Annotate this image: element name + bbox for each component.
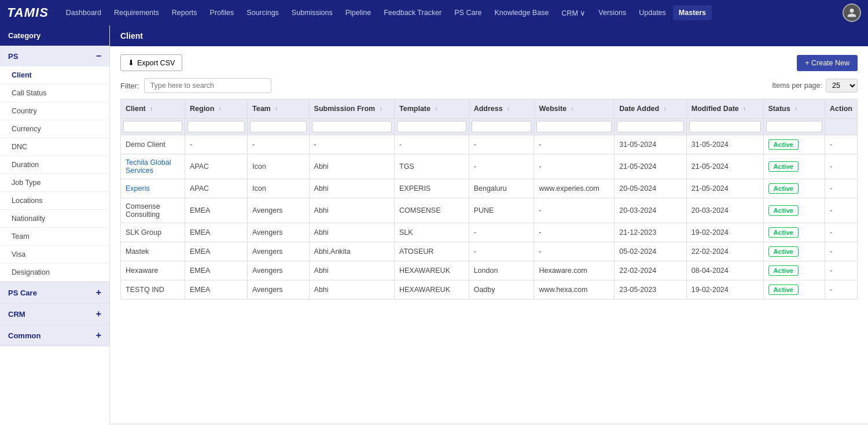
cell-status-0: Active: [763, 135, 825, 154]
sidebar-section-crm: CRM +: [0, 304, 109, 325]
filter-template-input[interactable]: [397, 121, 466, 132]
sidebar-section-common-header[interactable]: Common +: [0, 325, 109, 346]
sidebar-item-visa[interactable]: Visa: [0, 246, 109, 264]
user-avatar[interactable]: [843, 3, 861, 22]
cell-team-1: Icon: [248, 154, 310, 179]
filter-website-input[interactable]: [536, 121, 612, 132]
sidebar-section-crm-label: CRM: [8, 310, 25, 319]
filter-team-input[interactable]: [250, 121, 307, 132]
col-team[interactable]: Team ↑: [248, 99, 310, 119]
cell-date-added-1: 21-05-2024: [615, 154, 687, 179]
search-input[interactable]: [144, 78, 271, 93]
sidebar-section-ps-header[interactable]: PS −: [0, 46, 109, 66]
nav-crm[interactable]: CRM ∨: [556, 5, 591, 21]
app-logo: TAMIS: [7, 5, 49, 20]
cell-client-6: Hexaware: [121, 261, 185, 280]
sidebar-section-crm-header[interactable]: CRM +: [0, 304, 109, 324]
nav-updates[interactable]: Updates: [633, 5, 672, 20]
col-website[interactable]: Website ↑: [534, 99, 615, 119]
col-submission-from[interactable]: Submission From ↑: [309, 99, 394, 119]
filter-client-input[interactable]: [123, 121, 182, 132]
col-client[interactable]: Client ↑: [121, 99, 185, 119]
nav-pipeline[interactable]: Pipeline: [340, 5, 377, 20]
nav-versions[interactable]: Versions: [593, 5, 632, 20]
nav-ps-care[interactable]: PS Care: [448, 5, 487, 20]
filter-region-input[interactable]: [187, 121, 245, 132]
cell-region-5: EMEA: [185, 242, 248, 261]
filter-address-input[interactable]: [472, 121, 532, 132]
sidebar-section-ps-care: PS Care +: [0, 282, 109, 304]
table-row: Experis APAC Icon Abhi EXPERIS Bengaluru…: [121, 179, 858, 198]
sidebar-item-duration[interactable]: Duration: [0, 156, 109, 174]
table-row: TESTQ IND EMEA Avengers Abhi HEXAWAREUK …: [121, 280, 858, 300]
table-body: Demo Client - - - - - - 31-05-2024 31-05…: [121, 135, 858, 300]
filter-modified-date-input[interactable]: [689, 121, 761, 132]
create-new-button[interactable]: + Create New: [797, 55, 858, 71]
cell-date-added-5: 05-02-2024: [615, 242, 687, 261]
col-address[interactable]: Address ↑: [469, 99, 534, 119]
cell-team-4: Avengers: [248, 223, 310, 242]
nav-reports[interactable]: Reports: [166, 5, 203, 20]
cell-team-3: Avengers: [248, 198, 310, 223]
cell-action-7: -: [825, 280, 858, 300]
col-date-added[interactable]: Date Added ↑: [615, 99, 687, 119]
status-badge-7: Active: [768, 284, 799, 295]
cell-client-1[interactable]: Techila Global Services: [121, 154, 185, 179]
col-status[interactable]: Status ↑: [763, 99, 825, 119]
col-modified-date[interactable]: Modified Date ↑: [686, 99, 763, 119]
top-navigation: TAMIS Dashboard Requirements Reports Pro…: [0, 0, 868, 25]
cell-date-added-7: 23-05-2023: [615, 280, 687, 300]
cell-action-2: -: [825, 179, 858, 198]
filter-date-added-input[interactable]: [617, 121, 684, 132]
cell-client-2[interactable]: Experis: [121, 179, 185, 198]
cell-action-6: -: [825, 261, 858, 280]
items-per-page: Items per page: 10 25 50 100: [772, 79, 858, 93]
sidebar-item-country[interactable]: Country: [0, 102, 109, 120]
items-per-page-select[interactable]: 10 25 50 100: [826, 79, 858, 93]
sidebar-item-client[interactable]: Client: [0, 66, 109, 84]
cell-website-2: www.experies.com: [534, 179, 615, 198]
nav-profiles[interactable]: Profiles: [204, 5, 240, 20]
status-badge-6: Active: [768, 265, 799, 276]
col-region[interactable]: Region ↑: [185, 99, 248, 119]
cell-region-6: EMEA: [185, 261, 248, 280]
nav-sourcings[interactable]: Sourcings: [241, 5, 285, 20]
table-row: Hexaware EMEA Avengers Abhi HEXAWAREUK L…: [121, 261, 858, 280]
sidebar-item-dnc[interactable]: DNC: [0, 138, 109, 156]
sidebar-item-currency[interactable]: Currency: [0, 120, 109, 138]
sidebar-item-call-status[interactable]: Call Status: [0, 84, 109, 102]
sidebar-item-designation[interactable]: Designation: [0, 264, 109, 282]
nav-feedback-tracker[interactable]: Feedback Tracker: [378, 5, 447, 20]
filter-status-input[interactable]: [766, 121, 823, 132]
nav-requirements[interactable]: Requirements: [108, 5, 165, 20]
sidebar-crm-toggle-icon: +: [96, 309, 101, 319]
cell-client-7: TESTQ IND: [121, 280, 185, 300]
sort-icon-address: ↑: [507, 106, 510, 112]
sidebar-item-job-type[interactable]: Job Type: [0, 174, 109, 192]
cell-modified-date-2: 21-05-2024: [686, 179, 763, 198]
cell-submission-from-1: Abhi: [309, 154, 394, 179]
cell-submission-from-0: -: [309, 135, 394, 154]
sidebar-section-ps-care-header[interactable]: PS Care +: [0, 282, 109, 303]
cell-action-4: -: [825, 223, 858, 242]
filter-submission-from-input[interactable]: [312, 121, 392, 132]
sidebar-item-nationality[interactable]: Nationality: [0, 210, 109, 228]
nav-masters[interactable]: Masters: [673, 5, 712, 20]
sidebar-section-ps-care-label: PS Care: [8, 289, 37, 297]
col-template[interactable]: Template ↑: [395, 99, 469, 119]
export-csv-button[interactable]: ⬇ Export CSV: [120, 54, 182, 71]
sidebar-item-locations[interactable]: Locations: [0, 192, 109, 210]
nav-submissions[interactable]: Submissions: [286, 5, 339, 20]
cell-client-5: Mastek: [121, 242, 185, 261]
cell-action-1: -: [825, 154, 858, 179]
nav-knowledge-base[interactable]: Knowledge Base: [489, 5, 555, 20]
cell-address-6: London: [469, 261, 534, 280]
sidebar-section-ps: PS − Client Call Status Country Currency…: [0, 46, 109, 282]
cell-modified-date-0: 31-05-2024: [686, 135, 763, 154]
client-link-1[interactable]: Techila Global Services: [126, 158, 171, 175]
sidebar-item-team[interactable]: Team: [0, 228, 109, 246]
cell-date-added-6: 22-02-2024: [615, 261, 687, 280]
client-link-2[interactable]: Experis: [126, 184, 150, 193]
col-action: Action: [825, 99, 858, 119]
nav-dashboard[interactable]: Dashboard: [60, 5, 107, 20]
